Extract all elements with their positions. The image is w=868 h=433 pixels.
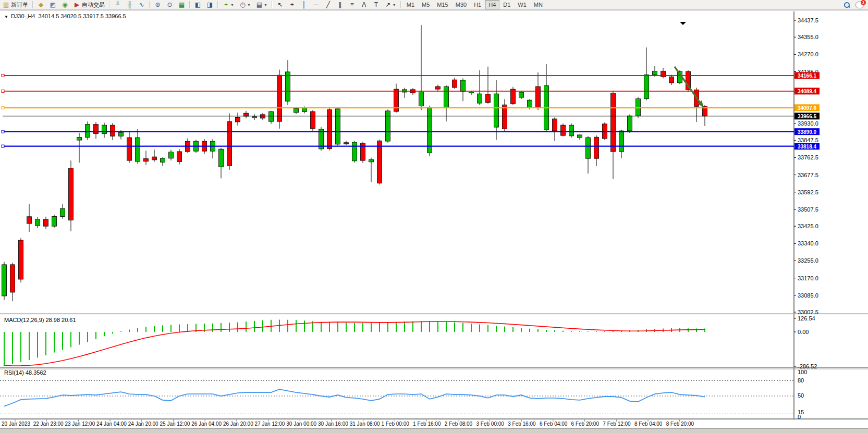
arrows-icon[interactable]: ↗▼ — [382, 0, 399, 9]
zoom-in-icon[interactable]: ⊕ — [152, 0, 164, 9]
candle-bullish — [644, 75, 649, 98]
candle-bullish — [336, 109, 340, 144]
cursor-icon[interactable]: ↖ — [274, 0, 286, 9]
channel-icon[interactable]: ∥ — [334, 0, 346, 9]
price-chart-canvas[interactable]: 34437.534355.034270.034185.033930.033847… — [0, 10, 868, 428]
price-tick-label: 33425.0 — [798, 223, 818, 229]
rsi-axis-label: 0 — [798, 414, 801, 420]
time-tick-label: 22 Jan 23:00 — [33, 421, 64, 427]
candle-bearish — [611, 93, 616, 152]
tile-windows-icon: ▦ — [178, 1, 185, 8]
auto-trading-button[interactable]: ▶自动交易 — [71, 0, 107, 9]
line-anchor[interactable] — [2, 74, 4, 77]
timeframe-d1-button[interactable]: D1 — [499, 0, 514, 9]
vertical-line-icon[interactable]: │ — [298, 0, 310, 9]
timeframe-w1-button[interactable]: W1 — [514, 0, 530, 9]
arrows-icon: ↗ — [385, 1, 392, 8]
candle-bearish — [44, 219, 48, 226]
candle-bullish — [60, 208, 65, 216]
deposit-icon[interactable]: ◆ — [35, 0, 47, 9]
period-clock-icon[interactable]: ◷▼ — [237, 0, 253, 9]
zoom-out-icon[interactable]: ⊖ — [164, 0, 176, 9]
chevron-down-icon[interactable]: ▼ — [247, 3, 251, 7]
rsi-axis-label: 80 — [798, 377, 804, 383]
chart-shift-icon: ◨ — [206, 1, 213, 8]
time-tick-label: 26 Jan 04:00 — [191, 421, 222, 427]
candle-bullish — [302, 108, 307, 112]
candle-bearish — [236, 117, 240, 122]
signal-icon[interactable]: ◉ — [59, 0, 71, 9]
timeframe-m15-button[interactable]: M15 — [433, 0, 451, 9]
time-tick-label: 8 Feb 20:00 — [666, 421, 694, 427]
template-icon[interactable]: ▤▼ — [253, 0, 270, 9]
candle-bullish — [219, 149, 224, 167]
new-order-button[interactable]: ▥新订单 — [0, 0, 31, 9]
chart-title: ▼DJ30-,H4 34014.5 34020.5 33917.5 33966.… — [4, 13, 126, 19]
candle-bullish — [161, 158, 165, 162]
chevron-down-icon[interactable]: ▼ — [230, 3, 234, 7]
time-tick-label: 30 Jan 00:00 — [286, 421, 316, 427]
candle-bullish — [102, 125, 107, 133]
candle-bullish — [469, 92, 474, 93]
line-anchor[interactable] — [2, 145, 4, 147]
search-icon[interactable] — [843, 2, 850, 8]
profile-icon[interactable]: ◩ — [47, 0, 59, 9]
auto-arrange-icon[interactable]: ◧ — [192, 0, 204, 9]
add-indicator-icon[interactable]: +▼ — [220, 0, 237, 9]
crosshair-icon[interactable]: + — [286, 0, 298, 9]
auto-trading-icon: ▶ — [74, 1, 80, 8]
horizontal-line-icon[interactable]: ─ — [310, 0, 322, 9]
timeframe-m1-button[interactable]: M1 — [403, 0, 418, 9]
price-tick-label: 33340.0 — [798, 240, 818, 246]
candle-bullish — [252, 117, 257, 118]
rsi-label: RSI(14) 48.3562 — [4, 369, 46, 376]
bar-chart-icon[interactable]: ╨ — [112, 0, 124, 9]
candle-bearish — [10, 265, 15, 292]
chart-menu-icon[interactable]: ▼ — [4, 15, 8, 19]
macd-label: MACD(12,26,9) 28.98 20.61 — [4, 317, 76, 323]
candle-bullish — [653, 71, 657, 75]
candle-bullish — [52, 216, 57, 226]
chevron-down-icon[interactable]: ▼ — [264, 3, 267, 7]
time-tick-label: 1 Feb 16:00 — [413, 421, 441, 427]
price-tick-label: 33085.0 — [798, 292, 818, 299]
tile-windows-icon[interactable]: ▦ — [176, 0, 188, 9]
time-tick-label: 8 Feb 04:00 — [634, 421, 663, 427]
candle-bearish — [561, 125, 566, 135]
price-tick-label: 33677.5 — [798, 172, 818, 178]
timeframe-mn-button[interactable]: MN — [530, 0, 546, 9]
timeframe-h1-button[interactable]: H1 — [470, 0, 485, 9]
candle-bearish — [553, 119, 557, 131]
candle-bearish — [503, 105, 507, 129]
line-anchor[interactable] — [2, 106, 4, 109]
candle-bearish — [344, 143, 349, 144]
trendline-icon[interactable]: ╱ — [322, 0, 334, 9]
text-icon[interactable]: A — [358, 0, 370, 9]
time-tick-label: 3 Feb 16:00 — [508, 421, 536, 427]
chart-window[interactable]: ▼DJ30-,H4 34014.5 34020.5 33917.5 33966.… — [0, 10, 868, 428]
time-tick-label: 25 Jan 12:00 — [160, 421, 190, 427]
line-chart-icon[interactable]: ∿ — [136, 0, 148, 9]
deposit-icon: ◆ — [38, 1, 44, 8]
line-anchor[interactable] — [2, 90, 4, 92]
new-order-button-label: 新订单 — [11, 1, 28, 9]
candle-bearish — [311, 112, 315, 129]
notifications-icon[interactable]: 1 — [855, 2, 864, 8]
text-label-icon[interactable]: T — [370, 0, 382, 9]
price-tick-label: 34355.0 — [798, 34, 818, 40]
timeframe-m30-button[interactable]: M30 — [452, 0, 470, 9]
candle-bullish — [294, 108, 299, 113]
timeframe-h4-button[interactable]: H4 — [485, 0, 499, 9]
toolbar-separator — [32, 1, 33, 8]
chevron-down-icon[interactable]: ▼ — [393, 3, 396, 7]
candlestick-chart-icon[interactable]: ╫ — [124, 0, 136, 9]
fibonacci-icon[interactable]: ≡ — [346, 0, 358, 9]
timeframe-m5-button[interactable]: M5 — [418, 0, 433, 9]
chart-ohlc-values: 34014.5 34020.5 33917.5 33966.5 — [39, 13, 126, 19]
toolbar-separator — [272, 1, 273, 8]
macd-axis-label: 126.54 — [798, 315, 815, 321]
price-tag-label: 33818.4 — [798, 144, 817, 150]
chart-shift-icon[interactable]: ◨ — [204, 0, 216, 9]
line-anchor[interactable] — [2, 130, 4, 133]
candle-bearish — [227, 121, 232, 166]
